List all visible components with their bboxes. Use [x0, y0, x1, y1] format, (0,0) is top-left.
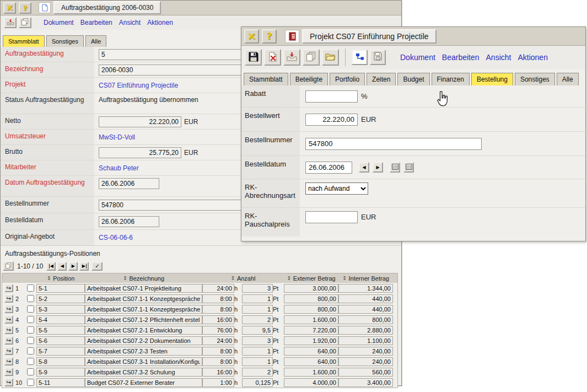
- menu-aktionen[interactable]: Aktionen: [147, 19, 173, 26]
- externer-betrag-cell[interactable]: [284, 326, 338, 335]
- sort-icon[interactable]: ⇕: [123, 275, 127, 281]
- position-cell[interactable]: [36, 284, 85, 293]
- externer-betrag-cell[interactable]: [284, 378, 338, 387]
- interner-betrag-cell[interactable]: [338, 284, 393, 293]
- points-cell[interactable]: [242, 305, 273, 314]
- bezeichnung-cell[interactable]: [85, 315, 202, 324]
- row-checkbox[interactable]: [27, 358, 34, 365]
- hours-cell[interactable]: [202, 326, 234, 335]
- mitarbeiter-link[interactable]: Schaub Peter: [99, 164, 139, 172]
- tab-alle[interactable]: Alle: [557, 73, 579, 85]
- copy-button[interactable]: [303, 49, 320, 66]
- open-row-button[interactable]: ↪: [4, 294, 13, 303]
- import-button[interactable]: [283, 49, 300, 66]
- projekt-link[interactable]: CS07 Einführung Projectile: [99, 82, 178, 89]
- save-button[interactable]: [245, 49, 262, 66]
- bestellnummer-input[interactable]: [305, 138, 482, 150]
- last-page-button[interactable]: ▶: [79, 262, 89, 271]
- externer-betrag-cell[interactable]: [284, 315, 338, 324]
- sort-icon[interactable]: ⇕: [230, 275, 235, 281]
- open-row-button[interactable]: ↪: [4, 326, 13, 334]
- calendar-button[interactable]: [390, 162, 400, 173]
- calendar-button[interactable]: [403, 162, 414, 173]
- sort-icon[interactable]: ⇕: [287, 275, 291, 281]
- open-row-button[interactable]: ↪: [4, 336, 13, 345]
- open-row-button[interactable]: ↪: [4, 368, 13, 376]
- row-checkbox[interactable]: [27, 295, 34, 302]
- hours-cell[interactable]: [202, 357, 234, 366]
- netto-input[interactable]: [99, 116, 181, 127]
- hours-cell[interactable]: [202, 315, 234, 324]
- bezeichnung-cell[interactable]: [85, 347, 202, 356]
- rabatt-input[interactable]: [305, 90, 358, 103]
- externer-betrag-cell[interactable]: [284, 294, 338, 303]
- interner-betrag-cell[interactable]: [338, 294, 393, 303]
- rk-abrechnungsart-select[interactable]: nach Aufwand: [305, 182, 368, 195]
- copy-list-button[interactable]: [3, 261, 14, 271]
- row-checkbox[interactable]: [27, 284, 34, 292]
- bezeichnung-cell[interactable]: [85, 326, 202, 335]
- first-page-button[interactable]: ◀: [46, 262, 56, 271]
- header-interner-betrag[interactable]: Interner Betrag: [349, 275, 389, 282]
- bezeichnung-cell[interactable]: [85, 357, 202, 366]
- tab-stammblatt[interactable]: Stammblatt: [3, 35, 45, 47]
- import-button[interactable]: [4, 17, 17, 28]
- sort-icon[interactable]: ⇕: [47, 275, 51, 281]
- hours-cell[interactable]: [202, 284, 234, 293]
- points-cell[interactable]: [242, 347, 273, 356]
- bezeichnung-cell[interactable]: [85, 378, 202, 387]
- open-row-button[interactable]: ↪: [4, 305, 13, 313]
- row-checkbox[interactable]: [27, 368, 34, 375]
- externer-betrag-cell[interactable]: [284, 368, 338, 377]
- externer-betrag-cell[interactable]: [284, 347, 338, 356]
- prev-page-button[interactable]: ◀: [57, 262, 67, 271]
- tab-stammblatt[interactable]: Stammblatt: [244, 73, 288, 85]
- externer-betrag-cell[interactable]: [284, 284, 338, 293]
- interner-betrag-cell[interactable]: [338, 305, 393, 314]
- points-cell[interactable]: [242, 368, 273, 377]
- delete-button[interactable]: [264, 49, 281, 66]
- position-cell[interactable]: [36, 315, 85, 324]
- close-button[interactable]: ×: [244, 29, 259, 44]
- apply-selection-button[interactable]: ✓: [91, 262, 103, 271]
- bestelldatum-input[interactable]: [305, 162, 352, 174]
- copy-button[interactable]: [19, 17, 31, 28]
- position-cell[interactable]: [36, 357, 85, 366]
- tab-zeiten[interactable]: Zeiten: [367, 73, 396, 85]
- folder-button[interactable]: [322, 49, 339, 66]
- interner-betrag-cell[interactable]: [338, 315, 393, 324]
- close-button[interactable]: ×: [3, 2, 16, 14]
- header-bezeichnung[interactable]: Bezeichnung: [129, 275, 164, 282]
- hours-cell[interactable]: [202, 347, 234, 356]
- position-cell[interactable]: [36, 326, 85, 335]
- position-cell[interactable]: [36, 368, 85, 377]
- help-button[interactable]: ?: [19, 2, 31, 14]
- tab-alle[interactable]: Alle: [85, 35, 106, 47]
- open-row-button[interactable]: ↪: [4, 347, 13, 355]
- externer-betrag-cell[interactable]: [284, 336, 338, 345]
- position-cell[interactable]: [36, 347, 85, 356]
- interner-betrag-cell[interactable]: [338, 368, 393, 377]
- sort-icon[interactable]: ⇕: [342, 275, 347, 281]
- menu-dokument[interactable]: Dokument: [44, 19, 74, 26]
- externer-betrag-cell[interactable]: [284, 305, 338, 314]
- hours-cell[interactable]: [202, 378, 234, 387]
- position-cell[interactable]: [36, 305, 85, 314]
- bezeichnung-cell[interactable]: [85, 284, 202, 293]
- tab-beteiligte[interactable]: Beteiligte: [290, 73, 328, 85]
- position-cell[interactable]: [36, 378, 85, 387]
- points-cell[interactable]: [242, 315, 273, 324]
- row-checkbox[interactable]: [27, 326, 34, 334]
- bezeichnung-cell[interactable]: [85, 336, 202, 345]
- tab-portfolio[interactable]: Portfolio: [330, 73, 365, 85]
- bestellwert-input[interactable]: [305, 114, 358, 126]
- tab-bestellung[interactable]: Bestellung: [471, 73, 513, 85]
- tab-sonstiges[interactable]: Sonstiges: [515, 73, 555, 85]
- open-row-button[interactable]: ↪: [4, 378, 13, 386]
- row-checkbox[interactable]: [27, 337, 34, 344]
- menu-ansicht[interactable]: Ansicht: [119, 19, 141, 26]
- menu-dokument[interactable]: Dokument: [400, 53, 435, 62]
- row-checkbox[interactable]: [27, 305, 34, 313]
- date-next-button[interactable]: ▶: [373, 162, 383, 173]
- umsatzsteuer-link[interactable]: MwSt-D-Voll: [99, 133, 135, 141]
